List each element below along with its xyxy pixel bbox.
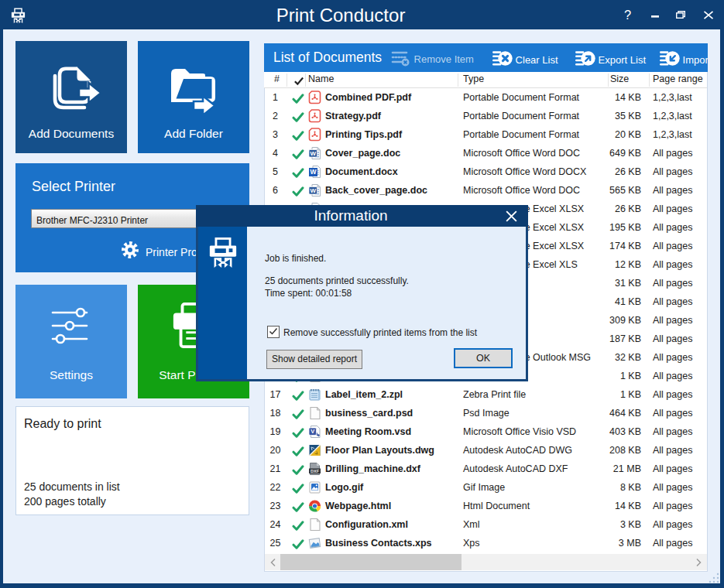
svg-text:W: W	[310, 150, 316, 157]
svg-text:W: W	[310, 187, 316, 194]
svg-text:W: W	[310, 168, 317, 176]
svg-text:V: V	[311, 428, 314, 435]
svg-text:DXF: DXF	[311, 469, 320, 473]
